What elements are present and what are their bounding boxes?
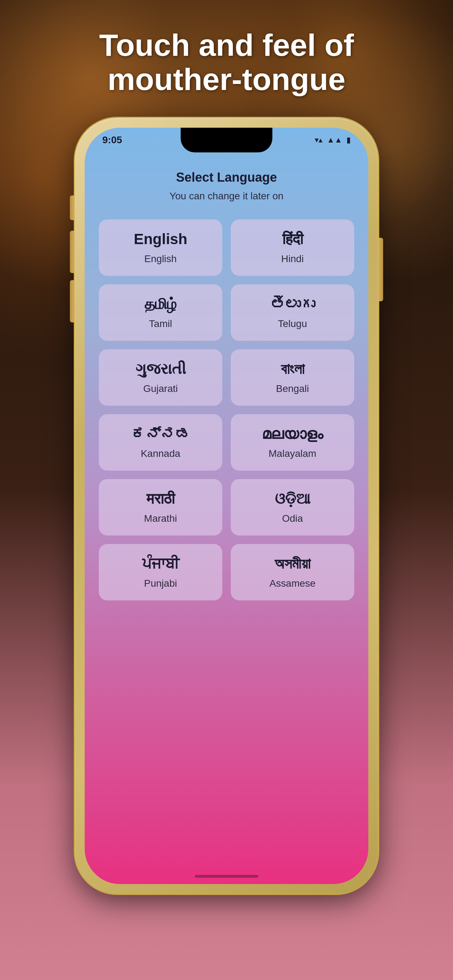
language-card-telugu[interactable]: తెలుగుTelugu — [231, 284, 354, 341]
app-subtitle: You can change it later on — [170, 191, 284, 202]
lang-native-english: English — [134, 231, 188, 248]
volume-up-button — [70, 231, 75, 273]
lang-label-bengali: Bengali — [276, 383, 309, 395]
lang-label-malayalam: Malayalam — [269, 448, 316, 459]
language-card-gujarati[interactable]: ગુજરાતીGujarati — [99, 349, 222, 406]
language-card-marathi[interactable]: मराठीMarathi — [99, 479, 222, 536]
language-card-bengali[interactable]: বাংলাBengali — [231, 349, 354, 406]
lang-label-marathi: Marathi — [144, 513, 177, 524]
lang-label-tamil: Tamil — [149, 318, 172, 329]
language-card-kannada[interactable]: ಕನ್ನಡKannada — [99, 414, 222, 471]
status-icons: ▾▴ ▲▲ ▮ — [315, 135, 351, 145]
power-button — [378, 238, 383, 301]
volume-down-button — [70, 280, 75, 323]
lang-label-hindi: Hindi — [281, 253, 304, 264]
lang-native-malayalam: മലയാളം — [262, 425, 323, 442]
lang-native-marathi: मराठी — [146, 490, 175, 507]
language-card-tamil[interactable]: தமிழ்Tamil — [99, 284, 222, 341]
lang-native-kannada: ಕನ್ನಡ — [131, 425, 191, 442]
language-grid: EnglishEnglishहिंदीHindiதமிழ்Tamilతెలుగు… — [99, 220, 354, 600]
page-content: Touch and feel of mouther-tongue 9:05 ▾▴… — [0, 0, 453, 915]
lang-native-telugu: తెలుగు — [270, 296, 315, 313]
notch — [181, 128, 272, 153]
lang-label-odia: Odia — [282, 513, 303, 524]
app-content: Select Language You can change it later … — [85, 153, 368, 884]
app-title: Select Language — [176, 170, 277, 185]
phone-screen: 9:05 ▾▴ ▲▲ ▮ Select Language You can cha… — [85, 128, 368, 884]
lang-native-gujarati: ગુજરાતી — [135, 361, 186, 377]
language-card-hindi[interactable]: हिंदीHindi — [231, 220, 354, 276]
wifi-icon: ▾▴ — [315, 135, 323, 145]
phone-mockup: 9:05 ▾▴ ▲▲ ▮ Select Language You can cha… — [75, 118, 378, 894]
headline: Touch and feel of mouther-tongue — [78, 0, 375, 118]
lang-native-assamese: অসমীয়া — [275, 555, 310, 572]
language-card-assamese[interactable]: অসমীয়াAssamese — [231, 544, 354, 600]
signal-icon: ▲▲ — [327, 135, 342, 145]
battery-icon: ▮ — [347, 135, 351, 145]
lang-label-kannada: Kannada — [141, 448, 180, 459]
language-card-punjabi[interactable]: ਪੰਜਾਬੀPunjabi — [99, 544, 222, 600]
language-card-malayalam[interactable]: മലയാളംMalayalam — [231, 414, 354, 471]
lang-native-bengali: বাংলা — [281, 361, 304, 377]
headline-line2: mouther-tongue — [108, 62, 346, 97]
lang-label-english: English — [144, 253, 177, 264]
lang-native-tamil: தமிழ் — [145, 296, 177, 313]
home-indicator — [195, 875, 258, 878]
lang-label-punjabi: Punjabi — [144, 578, 177, 589]
lang-label-gujarati: Gujarati — [143, 383, 178, 395]
language-card-odia[interactable]: ଓଡ଼ିଆOdia — [231, 479, 354, 536]
status-time: 9:05 — [102, 134, 122, 146]
language-card-english[interactable]: EnglishEnglish — [99, 220, 222, 276]
lang-label-assamese: Assamese — [270, 578, 316, 589]
lang-native-odia: ଓଡ଼ିଆ — [275, 490, 310, 507]
lang-native-hindi: हिंदी — [282, 231, 303, 248]
lang-native-punjabi: ਪੰਜਾਬੀ — [142, 555, 179, 572]
lang-label-telugu: Telugu — [278, 318, 307, 329]
silent-button — [70, 196, 75, 220]
headline-line1: Touch and feel of — [99, 27, 354, 62]
